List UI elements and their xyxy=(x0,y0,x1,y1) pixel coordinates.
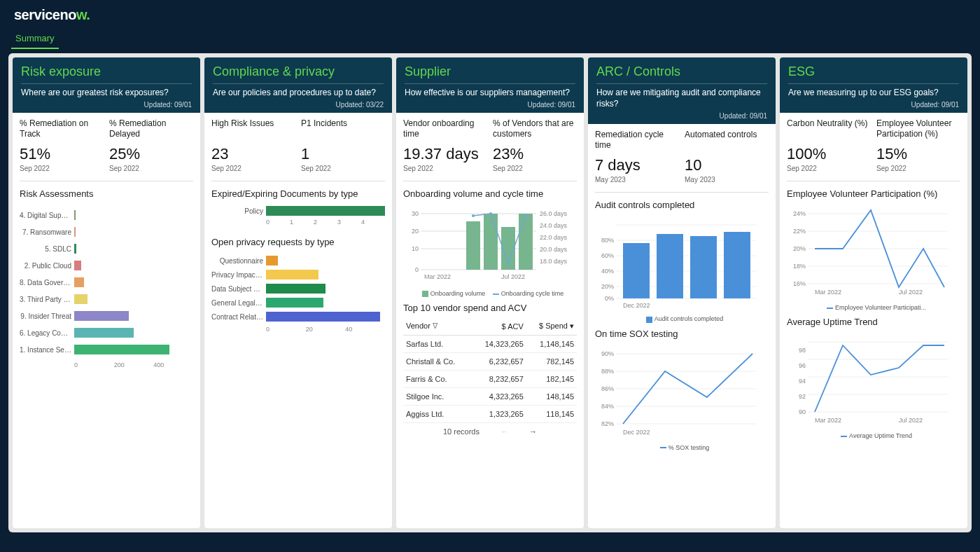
svg-text:84%: 84% xyxy=(601,403,614,410)
pager-next[interactable]: → xyxy=(529,427,537,436)
bar-label: Data Subject Re... xyxy=(211,285,266,293)
bar xyxy=(74,227,76,237)
bar-row: Privacy Impact A... xyxy=(211,270,385,280)
card-compliance-header: Compliance & privacy Are our policies an… xyxy=(204,57,392,113)
kpi-label: Vendor onboarding time xyxy=(403,118,487,139)
svg-text:90: 90 xyxy=(799,408,806,415)
svg-point-18 xyxy=(489,212,492,215)
records-count: 10 records xyxy=(443,427,479,436)
pager-prev[interactable]: ← xyxy=(500,427,508,436)
kpi-value: 1 xyxy=(301,145,385,163)
svg-text:96: 96 xyxy=(799,362,806,369)
bar-label: Contract Relate... xyxy=(211,313,266,321)
card-esg-title: ESG xyxy=(788,64,959,79)
card-esg: ESG Are we measuring up to our ESG goals… xyxy=(780,57,967,528)
svg-text:Mar 2022: Mar 2022 xyxy=(424,273,451,280)
bar-row: Contract Relate... xyxy=(211,312,385,322)
chart-privacy-requests: QuestionnairePrivacy Impact A...Data Sub… xyxy=(211,251,385,333)
bar-label: 1. Instance Secur... xyxy=(20,346,74,354)
bar-label: Policy xyxy=(211,207,266,215)
svg-text:10: 10 xyxy=(412,245,419,252)
chart-audit-controls: 80% 60% 40% 20% 0% Dec 2022 Audit contro… xyxy=(595,214,769,322)
bar-row: 2. Public Cloud xyxy=(20,261,193,270)
svg-text:Jul 2022: Jul 2022 xyxy=(899,417,923,424)
svg-text:Jul 2022: Jul 2022 xyxy=(899,289,923,296)
kpi-automated-controls: Automated controls 10 May 2023 xyxy=(685,130,769,184)
kpi-label: Carbon Neutrality (%) xyxy=(787,118,871,139)
svg-text:98: 98 xyxy=(799,347,806,354)
table-row[interactable]: Sarfas Ltd.14,323,2651,148,145 xyxy=(403,336,577,353)
brand-dot: . xyxy=(86,7,90,22)
tab-summary[interactable]: Summary xyxy=(11,30,59,49)
table-row[interactable]: Farris & Co.8,232,657182,145 xyxy=(403,371,577,388)
kpi-remediation-cycle: Remediation cycle time 7 days May 2023 xyxy=(595,130,679,184)
bar-label: 2. Public Cloud xyxy=(20,262,74,270)
bar-label: General Legal R... xyxy=(211,299,266,307)
bar-label: 4. Digital Supply... xyxy=(20,212,74,219)
table-pager: 10 records ← → xyxy=(403,423,577,437)
table-row[interactable]: Stilgoe Inc.4,323,265148,145 xyxy=(403,388,577,406)
svg-text:0: 0 xyxy=(415,266,419,273)
table-cell: Christall & Co. xyxy=(403,353,471,371)
bar-label: 5. SDLC xyxy=(20,245,74,253)
bar xyxy=(74,277,84,287)
bar-row: 9. Insider Threat xyxy=(20,311,193,321)
svg-text:Mar 2022: Mar 2022 xyxy=(815,289,841,296)
card-arc: ARC / Controls How are we mitigating aud… xyxy=(588,57,776,528)
kpi-label: % Remediation on Track xyxy=(20,118,104,139)
card-risk-question: Where are our greatest risk exposures? xyxy=(21,87,192,98)
col-spend[interactable]: $ Spend ▾ xyxy=(526,317,577,336)
chart-uptime: 98 96 94 92 90 Mar 2022 Jul 2022 Average… xyxy=(787,331,960,439)
kpi-value: 100% xyxy=(787,145,871,163)
brand-text-a: serviceno xyxy=(14,7,76,22)
bar xyxy=(74,345,169,354)
table-row[interactable]: Christall & Co.6,232,657782,145 xyxy=(403,353,577,371)
svg-text:22%: 22% xyxy=(793,228,806,235)
svg-point-17 xyxy=(472,214,475,217)
svg-text:24%: 24% xyxy=(793,210,806,217)
bar xyxy=(74,261,81,270)
svg-text:88%: 88% xyxy=(601,368,614,375)
bar-row: Questionnaire xyxy=(211,256,385,265)
table-row[interactable]: Aggiss Ltd.1,323,265118,145 xyxy=(403,406,577,423)
table-cell: Sarfas Ltd. xyxy=(403,336,471,353)
table-cell: 148,145 xyxy=(526,388,577,406)
bar-row: 4. Digital Supply... xyxy=(20,210,193,220)
svg-text:0%: 0% xyxy=(605,295,614,302)
filter-icon[interactable]: ∇ xyxy=(433,322,438,330)
bar xyxy=(74,311,129,321)
bar-label: Questionnaire xyxy=(211,257,266,265)
kpi-value: 23% xyxy=(493,145,577,163)
chart-risk-assessments: 4. Digital Supply...7. Ransomware5. SDLC… xyxy=(20,203,193,524)
kpi-remediation-on-track: % Remediation on Track 51% Sep 2022 xyxy=(20,118,104,172)
svg-text:18.0 days: 18.0 days xyxy=(540,258,568,265)
svg-text:Dec 2022: Dec 2022 xyxy=(623,429,650,436)
card-supplier-updated: Updated: 09/01 xyxy=(405,101,575,109)
svg-rect-36 xyxy=(690,236,717,298)
chart-title-privacy-requests: Open privacy requests by type xyxy=(211,237,385,247)
sort-icon[interactable]: ▾ xyxy=(570,322,574,330)
svg-rect-34 xyxy=(623,243,650,298)
legend-sox: % SOX testing xyxy=(668,444,710,451)
col-acv[interactable]: $ ACV xyxy=(471,317,526,336)
svg-text:20%: 20% xyxy=(601,283,614,290)
bar xyxy=(266,284,326,294)
bar-row: Data Subject Re... xyxy=(211,284,385,294)
bar-row: 7. Ransomware xyxy=(20,227,193,237)
svg-rect-13 xyxy=(466,221,480,270)
svg-text:30: 30 xyxy=(412,210,419,217)
table-cell: 1,323,265 xyxy=(471,406,526,423)
svg-point-19 xyxy=(507,262,510,265)
chart-title-evp: Employee Volunteer Participation (%) xyxy=(787,188,960,199)
svg-text:90%: 90% xyxy=(601,350,614,357)
table-cell: 14,323,265 xyxy=(471,336,526,353)
table-cell: 1,148,145 xyxy=(526,336,577,353)
legend-evp: Employee Volunteer Participati... xyxy=(835,304,926,311)
chart-title-sox: On time SOX testing xyxy=(595,329,769,339)
col-vendor[interactable]: Vendor ∇ xyxy=(403,317,471,336)
svg-rect-37 xyxy=(724,232,750,298)
table-cell: 782,145 xyxy=(526,353,577,371)
card-arc-updated: Updated: 09/01 xyxy=(596,112,767,120)
kpi-date: Sep 2022 xyxy=(787,165,871,172)
brand-text-b: w xyxy=(76,7,86,22)
